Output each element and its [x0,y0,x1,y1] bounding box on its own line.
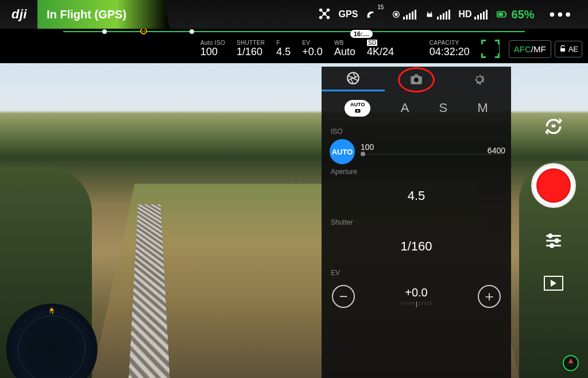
svg-rect-13 [552,125,556,128]
svg-point-14 [549,234,552,238]
mode-m-button[interactable]: M [478,101,488,115]
record-button[interactable] [531,163,576,208]
svg-rect-11 [505,13,506,16]
hd-signal-icon[interactable]: HD [458,9,487,20]
iso-slider[interactable]: 100 6400 [361,146,503,157]
north-label: N [49,308,53,315]
param-f-label: F [276,40,291,46]
param-shutter[interactable]: SHUTTER 1/160 [231,40,270,58]
param-ev[interactable]: EV +0.0 [296,40,328,58]
svg-point-15 [555,239,559,242]
hd-label: HD [458,9,471,20]
playback-icon[interactable] [544,276,563,291]
flight-status-chip[interactable]: In Flight (GPS) [37,0,169,29]
camera-params-bar: Auto ISO 100 SHUTTER 1/160 F 4.5 EV +0.0… [192,34,585,63]
afc-label: AFC [514,44,531,54]
param-ev-label: EV [302,40,323,46]
tab-aperture-icon[interactable] [322,67,385,91]
param-f[interactable]: F 4.5 [270,40,296,58]
focus-mode-toggle[interactable]: AFC/MF [509,40,551,58]
aperture-section-label: Aperture [322,164,511,179]
param-capacity-label: CAPACITY [430,40,470,46]
param-shutter-label: SHUTTER [237,40,265,46]
svg-rect-12 [560,48,565,52]
camera-settings-panel: AUTO A S M ISO AUTO 100 6400 Aperture 4.… [322,67,511,378]
gps-label: GPS [339,9,358,20]
camera-icon [353,107,362,114]
mode-auto-label: AUTO [350,102,365,107]
param-capacity[interactable]: CAPACITY 04:32:20 [424,40,475,58]
battery-timeline: H 16:… [0,29,588,34]
param-iso[interactable]: Auto ISO 100 [195,40,231,58]
ae-label: AE [568,45,578,53]
shutter-value[interactable]: 1/160 [322,230,511,265]
unlock-icon [559,45,567,53]
iso-min-label: 100 [361,142,374,152]
iso-auto-pill[interactable]: AUTO [330,139,355,164]
svg-point-16 [550,244,554,248]
svg-rect-8 [427,14,432,17]
panel-tabs [322,67,511,92]
focus-frame-icon[interactable] [481,40,500,58]
param-capacity-value: 04:32:20 [430,46,470,58]
tab-camera-icon[interactable] [385,67,448,91]
satellite-icon[interactable]: 15 [366,9,384,20]
controller-signal-icon[interactable] [424,9,450,20]
param-iso-label: Auto ISO [200,40,225,46]
param-ev-value: +0.0 [302,46,323,58]
param-f-value: 4.5 [276,46,291,58]
mode-a-button[interactable]: A [401,101,409,115]
ev-minus-button[interactable]: − [332,285,355,308]
ev-scale [402,302,431,307]
iso-row: AUTO 100 6400 [322,139,511,164]
shutter-section-label: Shutter [322,215,511,230]
svg-point-21 [357,110,358,111]
aperture-value[interactable]: 4.5 [322,179,511,215]
svg-rect-10 [498,13,502,16]
battery-indicator[interactable]: 65% [496,8,535,21]
ae-lock-toggle[interactable]: AE [555,41,582,57]
iso-section-label: ISO [322,124,511,139]
param-format-value: 4K/24 [367,46,394,58]
dji-logo[interactable]: dji [11,7,27,22]
svg-rect-18 [411,76,422,84]
switch-camera-icon[interactable] [542,115,565,140]
top-status-bar: dji In Flight (GPS) GPS 15 HD [0,0,588,29]
timeline-time: 16:… [350,30,373,38]
svg-point-6 [395,13,398,16]
exposure-mode-row: AUTO A S M [322,92,511,124]
mode-s-button[interactable]: S [439,101,448,115]
ev-value: +0.0 [402,286,431,299]
mode-auto-button[interactable]: AUTO [345,100,370,117]
more-menu-icon[interactable]: ••• [543,5,580,24]
ev-plus-button[interactable]: + [478,285,501,308]
iso-max-label: 6400 [488,146,505,155]
param-iso-value: 100 [200,46,225,58]
mf-label: MF [533,44,546,54]
param-shutter-value: 1/160 [237,46,265,58]
param-wb[interactable]: WB Auto [328,40,361,58]
param-wb-value: Auto [334,46,355,58]
svg-point-19 [414,78,419,82]
ev-row: − +0.0 + [322,280,511,308]
drone-icon[interactable] [318,7,331,22]
rc-signal-icon[interactable] [392,9,416,20]
svg-point-5 [368,16,370,18]
param-format-label: SD [367,40,394,46]
battery-percent: 65% [512,8,535,21]
tab-settings-gear-icon[interactable] [448,67,511,91]
param-format[interactable]: SD 4K/24 [361,40,400,58]
camera-settings-icon[interactable] [544,231,563,253]
ev-section-label: EV [322,265,511,280]
param-wb-label: WB [334,40,355,46]
compass-icon[interactable] [563,355,579,371]
iso-slider-knob[interactable] [361,152,365,156]
right-controls [531,115,577,291]
sat-count: 15 [377,4,384,10]
